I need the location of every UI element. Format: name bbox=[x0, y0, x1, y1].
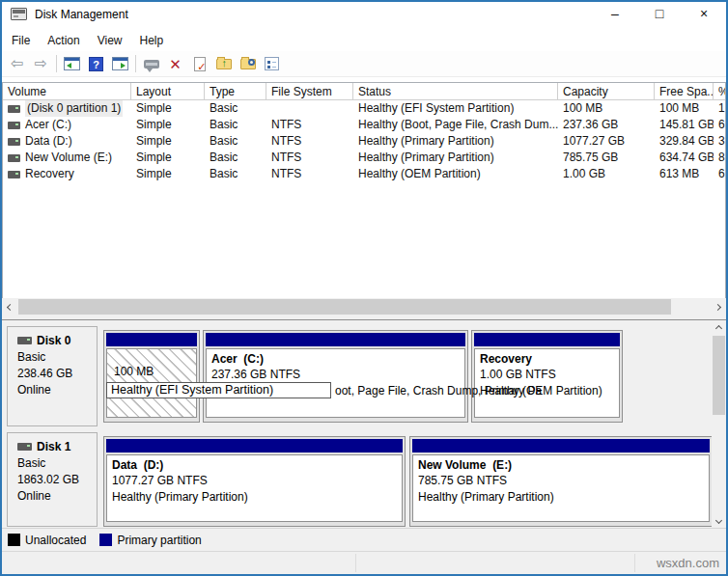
red-x-icon: ✕ bbox=[169, 57, 182, 71]
back-button[interactable]: ⇦ bbox=[5, 52, 29, 75]
column-header-type[interactable]: Type bbox=[205, 83, 266, 99]
watermark-text: wsxdn.com bbox=[657, 552, 719, 574]
folder-search-button[interactable] bbox=[236, 52, 260, 75]
status-bar: wsxdn.com bbox=[0, 551, 728, 574]
efi-partition-tooltip: Healthy (EFI System Partition) bbox=[106, 382, 331, 398]
table-row[interactable]: (Disk 0 partition 1) Simple Basic Health… bbox=[3, 100, 725, 117]
percent-cell: 6 bbox=[714, 166, 726, 182]
help-icon: ? bbox=[89, 57, 103, 71]
column-header-status[interactable]: Status bbox=[353, 83, 558, 99]
partition-efi[interactable]: 100 MB bbox=[103, 330, 200, 423]
volume-cell: (Disk 0 partition 1) bbox=[3, 100, 131, 117]
legend-bar: Unallocated Primary partition bbox=[0, 528, 728, 551]
partition-color-bar bbox=[206, 333, 465, 346]
disk1-name: Disk 1 bbox=[37, 440, 70, 453]
chevron-left-icon bbox=[7, 303, 14, 310]
partition-recovery[interactable]: Recovery 1.00 GB NTFS Healthy (OEM Parti… bbox=[471, 330, 623, 423]
disk1-size: 1863.02 GB bbox=[17, 472, 97, 488]
partition-acer-c[interactable]: Acer (C:) 237.36 GB NTFS bbox=[203, 330, 468, 423]
delete-volume-button[interactable]: ✕ bbox=[163, 52, 187, 75]
volume-list: Volume Layout Type File System Status Ca… bbox=[2, 82, 726, 298]
menu-bar: File Action View Help bbox=[0, 29, 728, 51]
volume-cell: Data (D:) bbox=[3, 133, 131, 150]
menu-help[interactable]: Help bbox=[131, 31, 173, 50]
fs-cell: NTFS bbox=[266, 133, 353, 150]
volume-cell: New Volume (E:) bbox=[3, 150, 131, 166]
speech-bubble-icon bbox=[144, 60, 159, 69]
help-button[interactable]: ? bbox=[84, 52, 108, 75]
minimize-button[interactable]: – bbox=[593, 0, 637, 29]
disk1-panel[interactable]: Disk 1 Basic 1863.02 GB Online bbox=[7, 432, 98, 527]
disk-management-window: Disk Management – □ × File Action View H… bbox=[0, 0, 728, 576]
partition-size: 237.36 GB NTFS bbox=[211, 367, 460, 383]
fs-cell: NTFS bbox=[266, 150, 353, 166]
column-header-file-system[interactable]: File System bbox=[266, 83, 353, 99]
volume-list-header: Volume Layout Type File System Status Ca… bbox=[3, 83, 725, 100]
volume-icon bbox=[8, 105, 20, 113]
scroll-down-arrow[interactable] bbox=[712, 512, 726, 528]
capacity-cell: 1077.27 GB bbox=[558, 133, 655, 150]
partition-data-d[interactable]: Data (D:) 1077.27 GB NTFS Healthy (Prima… bbox=[103, 436, 406, 527]
partition-color-bar bbox=[474, 333, 620, 346]
column-header-volume[interactable]: Volume bbox=[3, 83, 131, 99]
free-space-cell: 329.84 GB bbox=[655, 133, 714, 150]
show-console-tree-button[interactable] bbox=[60, 52, 84, 75]
properties-button[interactable] bbox=[139, 52, 163, 75]
scroll-left-arrow[interactable] bbox=[2, 298, 18, 315]
partition-name: Data (D:) bbox=[112, 457, 397, 473]
disk-icon bbox=[17, 337, 32, 344]
vertical-scrollbar-thumb[interactable] bbox=[713, 336, 725, 415]
disk0-panel[interactable]: Disk 0 Basic 238.46 GB Online bbox=[7, 326, 98, 426]
forward-button[interactable]: ⇨ bbox=[29, 52, 53, 75]
capacity-cell: 785.75 GB bbox=[558, 150, 655, 166]
menu-view[interactable]: View bbox=[89, 31, 131, 50]
partition-color-bar bbox=[412, 439, 710, 453]
fs-cell: NTFS bbox=[266, 166, 353, 182]
horizontal-scrollbar-thumb[interactable] bbox=[18, 299, 671, 315]
chevron-right-icon bbox=[714, 303, 721, 310]
disk-icon bbox=[17, 443, 32, 451]
disk0-size: 238.46 GB bbox=[17, 366, 97, 382]
show-action-pane-button[interactable] bbox=[108, 52, 132, 75]
task-list-button[interactable] bbox=[260, 52, 284, 75]
folder-up-button[interactable]: ↑ bbox=[211, 52, 236, 75]
menu-file[interactable]: File bbox=[3, 31, 39, 50]
status-cell: Healthy (Primary Partition) bbox=[353, 150, 558, 166]
chevron-up-icon bbox=[715, 324, 722, 331]
percent-cell: 6 bbox=[714, 117, 726, 133]
column-header-percent[interactable]: % bbox=[714, 83, 726, 99]
partition-new-volume-e[interactable]: New Volume (E:) 785.75 GB NTFS Healthy (… bbox=[409, 436, 713, 527]
percent-cell: 3 bbox=[714, 133, 726, 150]
window-title: Disk Management bbox=[35, 0, 128, 29]
table-row[interactable]: New Volume (E:) Simple Basic NTFS Health… bbox=[3, 150, 725, 166]
folder-up-icon: ↑ bbox=[216, 59, 232, 69]
scroll-up-arrow[interactable] bbox=[712, 320, 726, 336]
task-list-icon bbox=[265, 57, 279, 70]
column-header-capacity[interactable]: Capacity bbox=[558, 83, 655, 99]
maximize-button[interactable]: □ bbox=[637, 0, 682, 29]
disk0-name: Disk 0 bbox=[37, 334, 70, 347]
chevron-down-icon bbox=[715, 516, 722, 523]
status-cell: Healthy (Primary Partition) bbox=[353, 133, 558, 150]
close-button[interactable]: × bbox=[682, 0, 726, 29]
horizontal-scrollbar[interactable] bbox=[2, 298, 726, 315]
statusbar-divider bbox=[355, 554, 356, 572]
percent-cell: 8 bbox=[714, 150, 726, 166]
folder-search-icon bbox=[240, 59, 256, 69]
type-cell: Basic bbox=[205, 166, 266, 182]
capacity-cell: 100 MB bbox=[558, 100, 655, 117]
menu-action[interactable]: Action bbox=[39, 31, 88, 50]
scroll-right-arrow[interactable] bbox=[710, 298, 726, 315]
column-header-layout[interactable]: Layout bbox=[131, 83, 205, 99]
partition-name: Recovery bbox=[480, 351, 614, 367]
partition-status-fragment: oot, Page File, Crash Dump, Primary Pa bbox=[335, 383, 542, 398]
check-disk-button[interactable] bbox=[187, 52, 211, 75]
disk1-state: Online bbox=[17, 488, 97, 505]
back-arrow-icon: ⇦ bbox=[11, 56, 23, 71]
table-row[interactable]: Data (D:) Simple Basic NTFS Healthy (Pri… bbox=[3, 133, 725, 150]
vertical-scrollbar[interactable] bbox=[712, 320, 726, 528]
table-row[interactable]: Acer (C:) Simple Basic NTFS Healthy (Boo… bbox=[3, 117, 725, 133]
column-header-free-space[interactable]: Free Spa... bbox=[655, 83, 714, 99]
table-row[interactable]: Recovery Simple Basic NTFS Healthy (OEM … bbox=[3, 166, 725, 182]
unallocated-label: Unallocated bbox=[25, 534, 86, 547]
